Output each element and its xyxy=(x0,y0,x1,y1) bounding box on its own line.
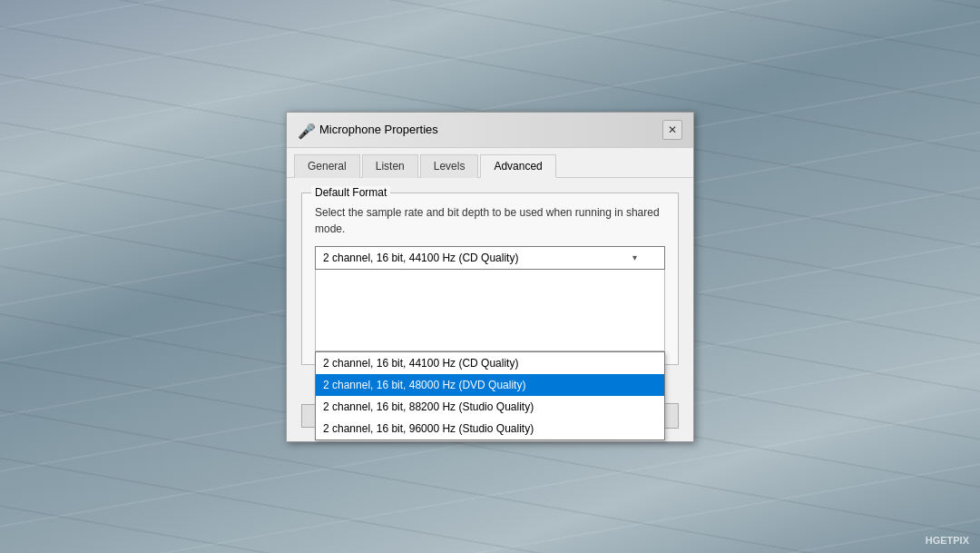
default-format-group: Default Format Select the sample rate an… xyxy=(301,193,679,365)
dropdown-option-0[interactable]: 2 channel, 16 bit, 44100 Hz (CD Quality) xyxy=(316,352,664,374)
tab-advanced[interactable]: Advanced xyxy=(480,154,555,178)
dropdown-option-3[interactable]: 2 channel, 16 bit, 96000 Hz (Studio Qual… xyxy=(316,418,664,439)
close-button[interactable]: ✕ xyxy=(662,120,682,140)
dropdown-list: 2 channel, 16 bit, 44100 Hz (CD Quality)… xyxy=(315,351,665,440)
microphone-icon: 🎤 xyxy=(298,123,312,137)
dropdown-selected-value: 2 channel, 16 bit, 44100 Hz (CD Quality) xyxy=(323,252,518,264)
tab-content: Default Format Select the sample rate an… xyxy=(287,178,693,394)
dialog-window: 🎤 Microphone Properties ✕ General Listen… xyxy=(286,112,694,442)
chevron-down-icon: ▾ xyxy=(632,252,637,262)
watermark: HGETPIX xyxy=(926,535,969,546)
tab-listen[interactable]: Listen xyxy=(362,154,418,178)
dialog-title: Microphone Properties xyxy=(319,123,438,136)
dropdown-empty-area xyxy=(315,270,665,351)
format-dropdown-trigger[interactable]: 2 channel, 16 bit, 44100 Hz (CD Quality)… xyxy=(315,246,665,270)
group-description: Select the sample rate and bit depth to … xyxy=(315,204,665,237)
title-bar-left: 🎤 Microphone Properties xyxy=(298,123,438,137)
group-label: Default Format xyxy=(311,186,390,199)
tab-general[interactable]: General xyxy=(294,154,360,178)
title-bar: 🎤 Microphone Properties ✕ xyxy=(287,113,693,148)
format-dropdown-container: 2 channel, 16 bit, 44100 Hz (CD Quality)… xyxy=(315,246,665,351)
dropdown-option-1[interactable]: 2 channel, 16 bit, 48000 Hz (DVD Quality… xyxy=(316,374,664,396)
tab-bar: General Listen Levels Advanced xyxy=(287,148,693,178)
dropdown-option-2[interactable]: 2 channel, 16 bit, 88200 Hz (Studio Qual… xyxy=(316,396,664,418)
tab-levels[interactable]: Levels xyxy=(420,154,479,178)
